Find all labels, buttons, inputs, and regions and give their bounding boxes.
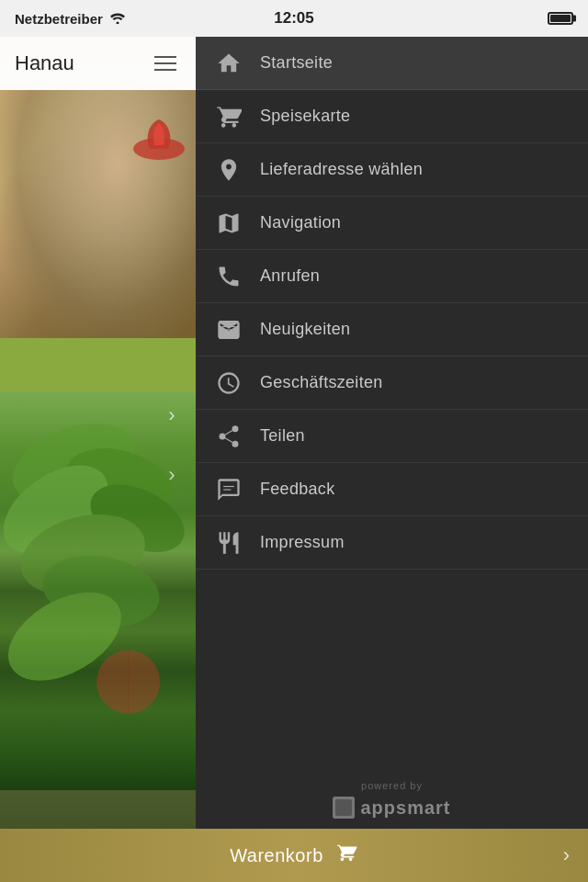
salad-area xyxy=(0,391,196,790)
svg-rect-28 xyxy=(345,808,350,814)
share-icon xyxy=(214,422,243,451)
menu-item-impressum[interactable]: Impressum xyxy=(196,516,588,570)
menu-label-teilen: Teilen xyxy=(260,426,305,446)
svg-point-18 xyxy=(232,440,239,447)
svg-rect-25 xyxy=(337,801,343,807)
status-bar: Netzbetreiber 12:05 xyxy=(0,0,588,37)
right-panel: Startseite Speisekarte Lieferadresse wäh… xyxy=(196,37,588,845)
map-icon xyxy=(214,209,243,238)
menu-label-anrufen: Anrufen xyxy=(260,266,320,286)
restaurant-name: Hanau xyxy=(15,51,74,75)
cart-label: Warenkorb xyxy=(230,845,323,866)
hamburger-button[interactable] xyxy=(150,48,181,79)
menu-item-navigation[interactable]: Navigation xyxy=(196,197,588,250)
chevron-bottom-icon[interactable]: › xyxy=(161,464,183,486)
cart-bar[interactable]: Warenkorb › xyxy=(0,829,588,882)
carrier-info: Netzbetreiber xyxy=(15,11,125,27)
menu-label-navigation: Navigation xyxy=(260,213,341,232)
menu-label-startseite: Startseite xyxy=(260,53,333,73)
svg-rect-26 xyxy=(345,801,350,807)
chevron-top-icon[interactable]: › xyxy=(161,404,183,426)
left-panel: Hanau xyxy=(0,37,196,845)
svg-point-17 xyxy=(220,433,226,439)
menu-item-feedback[interactable]: Feedback xyxy=(196,463,588,516)
svg-rect-23 xyxy=(333,797,355,819)
appsmart-logo: appsmart xyxy=(333,797,450,819)
time-display: 12:05 xyxy=(274,9,313,28)
svg-point-16 xyxy=(232,425,239,432)
svg-line-19 xyxy=(225,437,232,442)
news-icon xyxy=(214,315,243,345)
appsmart-icon xyxy=(333,797,355,819)
handshake-icon xyxy=(214,528,243,558)
menu-item-lieferadresse[interactable]: Lieferadresse wählen xyxy=(196,143,588,197)
menu-label-neuigkeiten: Neuigkeiten xyxy=(260,320,350,339)
green-stripe xyxy=(0,338,196,391)
menu-item-neuigkeiten[interactable]: Neuigkeiten xyxy=(196,303,588,356)
left-header: Hanau xyxy=(0,37,196,90)
svg-point-0 xyxy=(116,22,119,25)
cart-chevron-icon: › xyxy=(563,843,570,867)
feedback-icon xyxy=(214,475,243,504)
battery-icon xyxy=(548,12,573,25)
food-decoration xyxy=(131,110,187,165)
menu-item-geschaeftszeiten[interactable]: Geschäftszeiten xyxy=(196,356,588,410)
menu-item-speisekarte[interactable]: Speisekarte xyxy=(196,90,588,143)
brand-name: appsmart xyxy=(360,797,450,819)
menu-label-lieferadresse: Lieferadresse wählen xyxy=(260,160,423,179)
menu-item-anrufen[interactable]: Anrufen xyxy=(196,250,588,303)
powered-by-text: powered by xyxy=(361,780,423,791)
home-icon xyxy=(214,49,243,78)
menu-item-teilen[interactable]: Teilen xyxy=(196,410,588,463)
menu-list: Startseite Speisekarte Lieferadresse wäh… xyxy=(196,37,588,753)
main-area: Hanau xyxy=(0,37,588,845)
hamburger-line-3 xyxy=(154,69,176,71)
phone-icon xyxy=(214,262,243,291)
svg-rect-27 xyxy=(337,808,343,814)
svg-rect-24 xyxy=(335,799,352,816)
svg-line-20 xyxy=(225,430,232,435)
location-icon xyxy=(214,155,243,185)
hamburger-line-1 xyxy=(154,56,176,58)
menu-label-geschaeftszeiten: Geschäftszeiten xyxy=(260,373,383,392)
hamburger-line-2 xyxy=(154,62,176,64)
menu-item-startseite[interactable]: Startseite xyxy=(196,37,588,90)
clock-icon xyxy=(214,368,243,398)
battery-area xyxy=(548,12,573,25)
cart-icon xyxy=(214,102,243,131)
menu-label-impressum: Impressum xyxy=(260,533,345,552)
menu-label-feedback: Feedback xyxy=(260,480,334,499)
menu-label-speisekarte: Speisekarte xyxy=(260,107,350,126)
cart-icon-bottom xyxy=(334,842,358,868)
